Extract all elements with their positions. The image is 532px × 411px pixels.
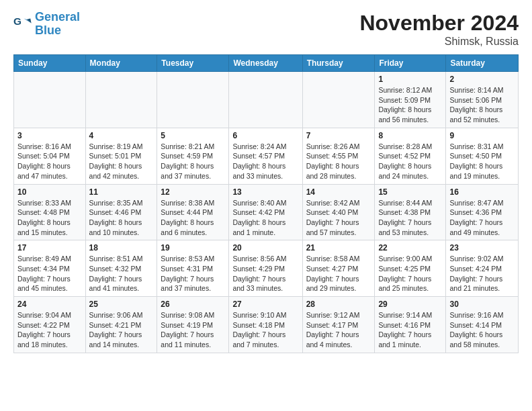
day-number: 30	[449, 300, 515, 309]
day-info: Sunrise: 9:08 AM Sunset: 4:19 PM Dayligh…	[161, 310, 225, 350]
day-number: 12	[161, 187, 225, 197]
day-info: Sunrise: 9:00 AM Sunset: 4:25 PM Dayligh…	[378, 254, 442, 293]
calendar-cell: 8Sunrise: 8:28 AM Sunset: 4:52 PM Daylig…	[375, 128, 446, 184]
calendar-cell: 6Sunrise: 8:24 AM Sunset: 4:57 PM Daylig…	[229, 128, 302, 184]
day-number: 10	[17, 187, 82, 197]
day-number: 3	[17, 131, 82, 140]
calendar-week-row: 3Sunrise: 8:16 AM Sunset: 5:04 PM Daylig…	[14, 128, 519, 184]
day-info: Sunrise: 8:49 AM Sunset: 4:34 PM Dayligh…	[17, 254, 82, 293]
day-info: Sunrise: 8:51 AM Sunset: 4:32 PM Dayligh…	[89, 254, 154, 293]
day-number: 4	[89, 131, 154, 140]
calendar-cell: 27Sunrise: 9:10 AM Sunset: 4:18 PM Dayli…	[229, 297, 302, 353]
day-header-tuesday: Tuesday	[157, 55, 229, 72]
day-number: 7	[306, 131, 371, 140]
day-number: 19	[161, 243, 225, 253]
svg-text:G: G	[13, 15, 21, 27]
day-info: Sunrise: 9:04 AM Sunset: 4:22 PM Dayligh…	[17, 310, 82, 350]
day-info: Sunrise: 8:19 AM Sunset: 5:01 PM Dayligh…	[89, 142, 154, 181]
calendar-cell: 18Sunrise: 8:51 AM Sunset: 4:32 PM Dayli…	[85, 240, 157, 297]
day-info: Sunrise: 8:40 AM Sunset: 4:42 PM Dayligh…	[232, 198, 298, 238]
day-number: 17	[17, 243, 82, 253]
calendar-week-row: 10Sunrise: 8:33 AM Sunset: 4:48 PM Dayli…	[14, 184, 519, 240]
day-number: 5	[161, 131, 225, 140]
day-number: 28	[306, 300, 371, 309]
day-number: 21	[306, 243, 371, 253]
day-info: Sunrise: 9:12 AM Sunset: 4:17 PM Dayligh…	[306, 310, 371, 350]
day-info: Sunrise: 8:26 AM Sunset: 4:55 PM Dayligh…	[306, 142, 371, 181]
calendar-cell: 5Sunrise: 8:21 AM Sunset: 4:59 PM Daylig…	[157, 128, 229, 184]
calendar-week-row: 1Sunrise: 8:12 AM Sunset: 5:09 PM Daylig…	[14, 72, 519, 128]
calendar-header-row: SundayMondayTuesdayWednesdayThursdayFrid…	[14, 55, 519, 72]
calendar-cell: 19Sunrise: 8:53 AM Sunset: 4:31 PM Dayli…	[157, 240, 229, 297]
day-number: 2	[449, 75, 515, 84]
logo-text2: Blue	[35, 24, 61, 37]
day-header-saturday: Saturday	[446, 55, 519, 72]
calendar-cell: 11Sunrise: 8:35 AM Sunset: 4:46 PM Dayli…	[85, 184, 157, 240]
calendar-cell: 4Sunrise: 8:19 AM Sunset: 5:01 PM Daylig…	[85, 128, 157, 184]
calendar-subtitle: Shimsk, Russia	[359, 36, 519, 48]
svg-marker-2	[27, 18, 32, 23]
calendar-cell: 14Sunrise: 8:42 AM Sunset: 4:40 PM Dayli…	[302, 184, 375, 240]
day-info: Sunrise: 8:21 AM Sunset: 4:59 PM Dayligh…	[161, 142, 225, 181]
calendar-title: November 2024	[359, 11, 519, 36]
day-number: 11	[89, 187, 154, 197]
calendar-cell: 26Sunrise: 9:08 AM Sunset: 4:19 PM Dayli…	[157, 297, 229, 353]
day-info: Sunrise: 8:38 AM Sunset: 4:44 PM Dayligh…	[161, 198, 225, 238]
day-number: 16	[449, 187, 515, 197]
calendar-cell: 20Sunrise: 8:56 AM Sunset: 4:29 PM Dayli…	[229, 240, 302, 297]
day-number: 29	[378, 300, 442, 309]
day-number: 25	[89, 300, 154, 309]
calendar-cell	[157, 72, 229, 128]
day-info: Sunrise: 8:12 AM Sunset: 5:09 PM Dayligh…	[378, 85, 442, 125]
calendar-cell: 17Sunrise: 8:49 AM Sunset: 4:34 PM Dayli…	[14, 240, 86, 297]
day-info: Sunrise: 8:47 AM Sunset: 4:36 PM Dayligh…	[449, 198, 515, 238]
day-header-wednesday: Wednesday	[229, 55, 302, 72]
calendar-cell: 24Sunrise: 9:04 AM Sunset: 4:22 PM Dayli…	[14, 297, 86, 353]
day-info: Sunrise: 9:14 AM Sunset: 4:16 PM Dayligh…	[378, 310, 442, 350]
logo-icon: G	[13, 15, 32, 34]
day-number: 15	[378, 187, 442, 197]
day-info: Sunrise: 8:16 AM Sunset: 5:04 PM Dayligh…	[17, 142, 82, 181]
logo: G General Blue	[13, 11, 80, 38]
calendar-week-row: 24Sunrise: 9:04 AM Sunset: 4:22 PM Dayli…	[14, 297, 519, 353]
calendar-cell: 3Sunrise: 8:16 AM Sunset: 5:04 PM Daylig…	[14, 128, 86, 184]
calendar-cell: 30Sunrise: 9:16 AM Sunset: 4:14 PM Dayli…	[446, 297, 519, 353]
calendar-cell	[229, 72, 302, 128]
day-info: Sunrise: 8:44 AM Sunset: 4:38 PM Dayligh…	[378, 198, 442, 238]
day-info: Sunrise: 8:42 AM Sunset: 4:40 PM Dayligh…	[306, 198, 371, 238]
day-number: 20	[232, 243, 298, 253]
day-info: Sunrise: 8:33 AM Sunset: 4:48 PM Dayligh…	[17, 198, 82, 238]
day-info: Sunrise: 9:16 AM Sunset: 4:14 PM Dayligh…	[449, 310, 515, 350]
day-number: 18	[89, 243, 154, 253]
day-header-monday: Monday	[85, 55, 157, 72]
day-number: 13	[232, 187, 298, 197]
calendar-cell: 22Sunrise: 9:00 AM Sunset: 4:25 PM Dayli…	[375, 240, 446, 297]
day-number: 27	[232, 300, 298, 309]
calendar-cell: 23Sunrise: 9:02 AM Sunset: 4:24 PM Dayli…	[446, 240, 519, 297]
calendar-cell: 15Sunrise: 8:44 AM Sunset: 4:38 PM Dayli…	[375, 184, 446, 240]
day-info: Sunrise: 8:24 AM Sunset: 4:57 PM Dayligh…	[232, 142, 298, 181]
calendar-cell: 2Sunrise: 8:14 AM Sunset: 5:06 PM Daylig…	[446, 72, 519, 128]
day-number: 6	[232, 131, 298, 140]
day-info: Sunrise: 9:10 AM Sunset: 4:18 PM Dayligh…	[232, 310, 298, 350]
calendar-cell: 29Sunrise: 9:14 AM Sunset: 4:16 PM Dayli…	[375, 297, 446, 353]
day-header-sunday: Sunday	[14, 55, 86, 72]
day-info: Sunrise: 8:28 AM Sunset: 4:52 PM Dayligh…	[378, 142, 442, 181]
calendar-cell: 9Sunrise: 8:31 AM Sunset: 4:50 PM Daylig…	[446, 128, 519, 184]
title-block: November 2024 Shimsk, Russia	[359, 11, 519, 48]
day-info: Sunrise: 9:06 AM Sunset: 4:21 PM Dayligh…	[89, 310, 154, 350]
calendar-cell: 7Sunrise: 8:26 AM Sunset: 4:55 PM Daylig…	[302, 128, 375, 184]
day-number: 23	[449, 243, 515, 253]
day-number: 22	[378, 243, 442, 253]
day-header-thursday: Thursday	[302, 55, 375, 72]
page: G General Blue November 2024 Shimsk, Rus…	[0, 0, 532, 364]
day-number: 1	[378, 75, 442, 84]
calendar-cell: 13Sunrise: 8:40 AM Sunset: 4:42 PM Dayli…	[229, 184, 302, 240]
header: G General Blue November 2024 Shimsk, Rus…	[13, 11, 519, 48]
day-number: 24	[17, 300, 82, 309]
day-info: Sunrise: 8:53 AM Sunset: 4:31 PM Dayligh…	[161, 254, 225, 293]
logo-text1: General	[35, 10, 80, 24]
day-number: 26	[161, 300, 225, 309]
calendar-cell: 25Sunrise: 9:06 AM Sunset: 4:21 PM Dayli…	[85, 297, 157, 353]
calendar-cell: 12Sunrise: 8:38 AM Sunset: 4:44 PM Dayli…	[157, 184, 229, 240]
